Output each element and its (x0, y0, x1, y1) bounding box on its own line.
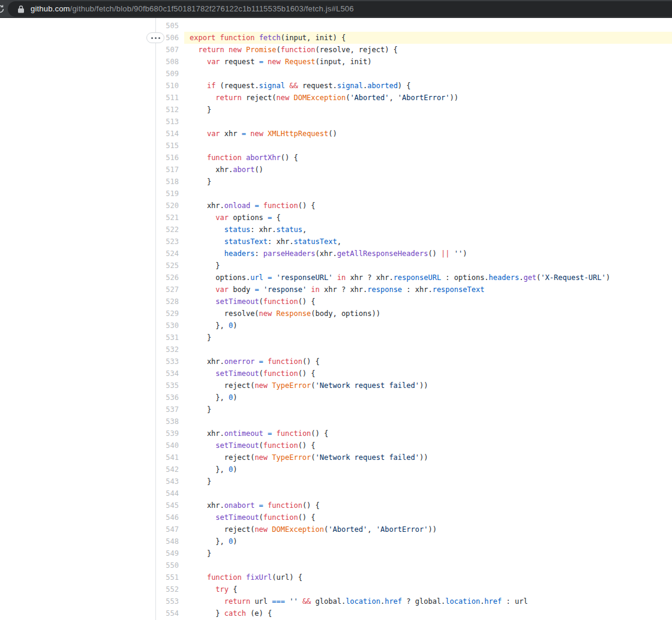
line-number[interactable]: 532 (156, 344, 184, 356)
line-number[interactable]: 528 (156, 296, 184, 308)
line-number[interactable]: 543 (156, 475, 184, 487)
code-line: } (184, 260, 672, 272)
code-line: function fixUrl(url) { (184, 571, 672, 583)
line-number[interactable]: 515 (156, 140, 184, 152)
line-number[interactable]: 522 (156, 224, 184, 236)
code-line (184, 188, 672, 200)
line-number[interactable]: 542 (156, 464, 184, 475)
line-number[interactable]: 544 (156, 487, 184, 499)
code-line: xhr.onabort = function() { (184, 499, 672, 511)
code-row: 551 function fixUrl(url) { (156, 571, 672, 583)
code-row: 517 xhr.abort() (156, 164, 672, 176)
code-row: 552 try { (156, 583, 672, 595)
code-row: 543 } (156, 475, 672, 487)
line-number[interactable]: 525 (156, 260, 184, 272)
url-domain: github.com (31, 4, 70, 13)
line-number[interactable]: 508 (156, 56, 184, 68)
line-number[interactable]: 540 (156, 440, 184, 452)
line-number[interactable]: 554 (156, 607, 184, 619)
line-number[interactable]: 539 (156, 428, 184, 440)
line-number[interactable]: 538 (156, 416, 184, 428)
line-number[interactable]: 553 (156, 595, 184, 607)
code-row: 506 export function fetch(input, init) { (156, 32, 672, 44)
line-number[interactable]: 512 (156, 104, 184, 116)
line-number[interactable]: 536 (156, 392, 184, 404)
reload-button[interactable] (0, 2, 7, 16)
code-line: headers: parseHeaders(xhr.getAllResponse… (184, 248, 672, 260)
line-number[interactable]: 518 (156, 176, 184, 188)
code-line: xhr.abort() (184, 164, 672, 176)
code-row: 509 (156, 68, 672, 80)
code-row: 508 var request = new Request(input, ini… (156, 56, 672, 68)
code-row: 525 } (156, 260, 672, 272)
code-line: }, 0) (184, 320, 672, 332)
line-number[interactable]: 552 (156, 583, 184, 595)
code-row: 522 status: xhr.status, (156, 224, 672, 236)
line-number[interactable]: 520 (156, 200, 184, 212)
code-row: 544 (156, 487, 672, 499)
code-line: xhr.onerror = function() { (184, 356, 672, 368)
code-row: 516 function abortXhr() { (156, 152, 672, 164)
code-row: 513 (156, 116, 672, 128)
line-number[interactable]: 517 (156, 164, 184, 176)
line-number[interactable]: 526 (156, 272, 184, 284)
code-line: } (184, 104, 672, 116)
line-number[interactable]: 534 (156, 368, 184, 380)
line-number[interactable]: 549 (156, 547, 184, 559)
line-number[interactable]: 507 (156, 44, 184, 56)
line-number[interactable]: 511 (156, 92, 184, 104)
line-number[interactable]: 535 (156, 380, 184, 392)
line-number[interactable]: 533 (156, 356, 184, 368)
line-number[interactable]: 521 (156, 212, 184, 224)
code-line (184, 416, 672, 428)
code-line: var options = { (184, 212, 672, 224)
code-row: 526 options.url = 'responseURL' in xhr ?… (156, 272, 672, 284)
line-number[interactable]: 510 (156, 80, 184, 92)
url-bar[interactable]: github.com/github/fetch/blob/90fb680c1f5… (8, 1, 672, 17)
code-line: status: xhr.status, (184, 224, 672, 236)
browser-toolbar: github.com/github/fetch/blob/90fb680c1f5… (0, 0, 672, 18)
code-row: 535 reject(new TypeError('Network reques… (156, 380, 672, 392)
line-number[interactable]: 514 (156, 128, 184, 140)
line-number[interactable]: 550 (156, 559, 184, 571)
line-number[interactable]: 530 (156, 320, 184, 332)
code-row: 542 }, 0) (156, 464, 672, 475)
code-row: 554 } catch (e) { (156, 607, 672, 619)
code-line: setTimeout(function() { (184, 296, 672, 308)
code-row: 514 var xhr = new XMLHttpRequest() (156, 128, 672, 140)
code-lines: 505 506 export function fetch(input, ini… (156, 20, 672, 619)
line-number[interactable]: 548 (156, 535, 184, 547)
code-row: 505 (156, 20, 672, 32)
line-number[interactable]: 547 (156, 523, 184, 535)
code-row: 510 if (request.signal && request.signal… (156, 80, 672, 92)
line-number[interactable]: 551 (156, 571, 184, 583)
code-row: 547 reject(new DOMException('Aborted', '… (156, 523, 672, 535)
code-row: 548 }, 0) (156, 535, 672, 547)
line-actions-button[interactable] (146, 32, 164, 43)
code-line: var xhr = new XMLHttpRequest() (184, 128, 672, 140)
line-number[interactable]: 523 (156, 236, 184, 248)
line-number[interactable]: 524 (156, 248, 184, 260)
ellipsis-icon (158, 37, 160, 39)
code-line: }, 0) (184, 392, 672, 404)
line-number[interactable]: 546 (156, 511, 184, 523)
line-number[interactable]: 516 (156, 152, 184, 164)
code-line (184, 20, 672, 32)
line-number[interactable]: 505 (156, 20, 184, 32)
code-line: return new Promise(function(resolve, rej… (184, 44, 672, 56)
line-number[interactable]: 545 (156, 499, 184, 511)
line-number[interactable]: 537 (156, 404, 184, 416)
code-line: xhr.ontimeout = function() { (184, 428, 672, 440)
code-line: setTimeout(function() { (184, 368, 672, 380)
code-line: if (request.signal && request.signal.abo… (184, 80, 672, 92)
line-number[interactable]: 527 (156, 284, 184, 296)
line-number[interactable]: 509 (156, 68, 184, 80)
code-line: export function fetch(input, init) { (184, 32, 672, 44)
line-number[interactable]: 531 (156, 332, 184, 344)
code-row: 539 xhr.ontimeout = function() { (156, 428, 672, 440)
line-number[interactable]: 513 (156, 116, 184, 128)
line-number[interactable]: 541 (156, 452, 184, 464)
line-number[interactable]: 529 (156, 308, 184, 320)
code-line: }, 0) (184, 535, 672, 547)
line-number[interactable]: 519 (156, 188, 184, 200)
